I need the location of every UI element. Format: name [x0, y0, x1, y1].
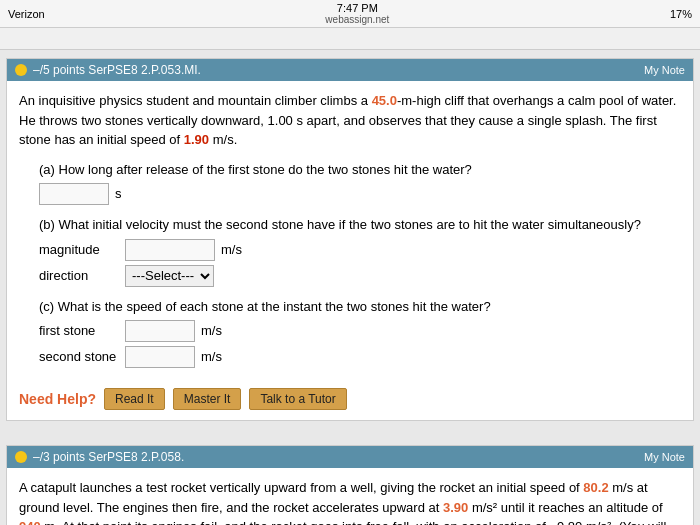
- second-stone-row: second stone m/s: [39, 346, 681, 368]
- second-stone-input[interactable]: [125, 346, 195, 368]
- time-website: 7:47 PM webassign.net: [325, 2, 389, 25]
- card1-highlight1: 45.0: [372, 93, 397, 108]
- magnitude-input[interactable]: [125, 239, 215, 261]
- card2-header-left: –/3 points SerPSE8 2.P.058.: [15, 450, 184, 464]
- card2-body: A catapult launches a test rocket vertic…: [7, 468, 693, 525]
- card1-header: –/5 points SerPSE8 2.P.053.MI. My Note: [7, 59, 693, 81]
- gold-dot-icon-2: [15, 451, 27, 463]
- master-it-button[interactable]: Master It: [173, 388, 242, 410]
- read-it-button[interactable]: Read It: [104, 388, 165, 410]
- part-b-label: (b) What initial velocity must the secon…: [39, 215, 681, 235]
- card2-intro-paragraph: A catapult launches a test rocket vertic…: [19, 478, 681, 525]
- problem-card-2: –/3 points SerPSE8 2.P.058. My Note A ca…: [6, 445, 694, 525]
- card1-header-right: My Note: [644, 64, 685, 76]
- card1-body: An inquisitive physics student and mount…: [7, 81, 693, 420]
- part-a-unit: s: [115, 184, 122, 204]
- part-c-label: (c) What is the speed of each stone at t…: [39, 297, 681, 317]
- card2-intro-text-1: A catapult launches a test rocket vertic…: [19, 480, 583, 495]
- part-a-input-row: s: [39, 183, 681, 205]
- part-b-direction-row: direction ---Select--- upward downward: [39, 265, 681, 287]
- card1-intro-text-1: An inquisitive physics student and mount…: [19, 93, 372, 108]
- part-c-block: (c) What is the speed of each stone at t…: [39, 297, 681, 369]
- card2-intro-text-4: m. At that point its engines fail, and t…: [19, 519, 666, 525]
- card2-highlight2: 3.90: [443, 500, 468, 515]
- card2-highlight1: 80.2: [583, 480, 608, 495]
- card2-highlight3: 940: [19, 519, 41, 525]
- first-stone-input[interactable]: [125, 320, 195, 342]
- carrier-label: Verizon: [8, 8, 45, 20]
- second-stone-unit: m/s: [201, 347, 222, 367]
- direction-select[interactable]: ---Select--- upward downward: [125, 265, 214, 287]
- direction-label: direction: [39, 266, 119, 286]
- top-nav-bar: [0, 28, 700, 50]
- battery-label: 17%: [670, 8, 692, 20]
- card2-intro-text-3: m/s² until it reaches an altitude of: [468, 500, 662, 515]
- part-b-magnitude-row: magnitude m/s: [39, 239, 681, 261]
- card2-header-right: My Note: [644, 451, 685, 463]
- card1-highlight2: 1.90: [184, 132, 209, 147]
- part-a-block: (a) How long after release of the first …: [39, 160, 681, 206]
- card2-header: –/3 points SerPSE8 2.P.058. My Note: [7, 446, 693, 468]
- gold-dot-icon: [15, 64, 27, 76]
- card1-intro-text-3: m/s.: [209, 132, 237, 147]
- problem-card-1: –/5 points SerPSE8 2.P.053.MI. My Note A…: [6, 58, 694, 421]
- card1-header-title: –/5 points SerPSE8 2.P.053.MI.: [33, 63, 201, 77]
- talk-to-tutor-button[interactable]: Talk to a Tutor: [249, 388, 346, 410]
- first-stone-unit: m/s: [201, 321, 222, 341]
- card2-header-title: –/3 points SerPSE8 2.P.058.: [33, 450, 184, 464]
- card-divider: [0, 429, 700, 437]
- help-bar: Need Help? Read It Master It Talk to a T…: [19, 380, 681, 410]
- card1-intro-paragraph: An inquisitive physics student and mount…: [19, 91, 681, 150]
- first-stone-row: first stone m/s: [39, 320, 681, 342]
- time-label: 7:47 PM: [325, 2, 389, 14]
- magnitude-label: magnitude: [39, 240, 119, 260]
- second-stone-label: second stone: [39, 347, 119, 367]
- first-stone-label: first stone: [39, 321, 119, 341]
- magnitude-unit: m/s: [221, 240, 242, 260]
- need-help-label: Need Help?: [19, 389, 96, 410]
- part-a-label: (a) How long after release of the first …: [39, 160, 681, 180]
- my-note-link-2[interactable]: My Note: [644, 451, 685, 463]
- part-b-block: (b) What initial velocity must the secon…: [39, 215, 681, 287]
- website-label: webassign.net: [325, 14, 389, 25]
- card1-header-left: –/5 points SerPSE8 2.P.053.MI.: [15, 63, 201, 77]
- part-a-input[interactable]: [39, 183, 109, 205]
- my-note-link-1[interactable]: My Note: [644, 64, 685, 76]
- status-bar: Verizon 7:47 PM webassign.net 17%: [0, 0, 700, 28]
